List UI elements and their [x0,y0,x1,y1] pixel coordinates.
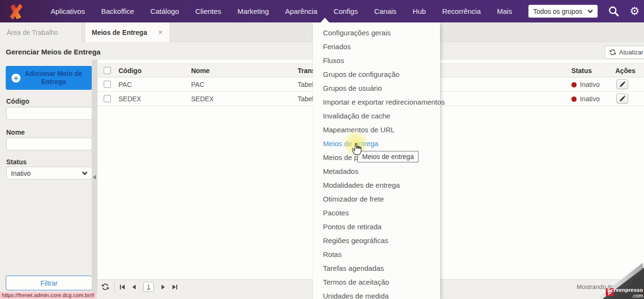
nav-item-marketing[interactable]: Marketing [237,7,269,15]
menu-caret [321,18,329,22]
status-dot-icon [571,82,577,87]
add-delivery-method-button[interactable]: + Adicionar Meio de Entrega [6,66,92,90]
tab-label: Meios de Entrega [92,29,147,36]
menu-item-metadados[interactable]: Metadados [313,164,440,178]
cell-acoes [615,94,644,104]
status-text: Inativo [580,95,600,103]
grid-refresh-button[interactable] [101,283,109,291]
cell-codigo: SEDEX [118,95,191,103]
chevron-down-icon [588,10,593,13]
browser-status-url: https://frenet.admin.core.dcg.com.br/# [0,292,97,299]
col-status: Status [569,67,615,75]
last-page-icon[interactable] [172,284,178,290]
menu-item-regioes-geograficas[interactable]: Regiões geográficas [313,234,440,247]
refresh-page-label: Atualizar [619,49,644,56]
select-all-checkbox[interactable] [104,67,111,74]
refresh-icon [101,283,109,291]
page-number-input[interactable] [143,282,154,292]
close-tab-icon[interactable]: × [158,28,163,36]
pencil-icon [619,81,625,87]
add-delivery-method-label: Adicionar Meio de Entrega [21,70,86,86]
codigo-input[interactable] [6,107,92,120]
refresh-icon [609,49,616,56]
menu-item-unidades-de-medida[interactable]: Unidades de medida [313,289,440,299]
nav-item-hub[interactable]: Hub [413,7,426,15]
menu-item-fluxos[interactable]: Fluxos [313,53,440,67]
next-page-icon[interactable] [160,284,166,290]
nav-item-clientes[interactable]: Clientes [195,7,221,15]
menu-item-otimizador-de-frete[interactable]: Otimizador de frete [313,192,440,206]
pager [119,282,178,292]
cell-nome: PAC [191,81,298,88]
nav-item-catalogo[interactable]: Catálogo [150,7,179,15]
row-checkbox[interactable] [104,81,111,88]
menu-item-pacotes[interactable]: Pacotes [313,206,440,220]
nav-item-configs[interactable]: Configs [333,7,358,15]
nome-label: Nome [6,128,25,136]
nav-item-canais[interactable]: Canais [374,7,397,15]
edit-row-button[interactable] [616,79,628,89]
prev-page-icon[interactable] [131,284,137,290]
sidebar-collapse-handle[interactable] [92,60,97,294]
chevron-down-icon [82,171,87,175]
status-select[interactable]: Inativo [6,167,92,180]
refresh-page-button[interactable]: Atualizar [605,46,644,59]
nav-items: AplicativosBackofficeCatálogoClientesMar… [51,7,512,15]
cell-status: Inativo [569,81,615,88]
codigo-label: Código [6,97,29,105]
brand-logo-icon [7,2,25,21]
pencil-icon [619,96,625,102]
filter-button[interactable]: Filtrar [6,276,92,290]
cell-nome: SEDEX [191,95,298,103]
cell-acoes [615,79,644,89]
status-dot-icon [571,96,577,102]
nav-item-aplicativos[interactable]: Aplicativos [51,7,85,15]
app-window: AplicativosBackofficeCatálogoClientesMar… [0,0,644,299]
row-checkbox[interactable] [104,95,111,102]
group-select[interactable]: Todos os grupos [528,5,598,18]
menu-item-configuracoes-gerais[interactable]: Configurações gerais [313,26,440,40]
tab-area-de-trabalho[interactable]: Área de Trabalho [0,22,82,42]
menu-item-invalidacao-de-cache[interactable]: Invalidação de cache [313,109,440,123]
nav-right-group: Todos os grupos ⚙ [528,5,640,18]
nome-input[interactable] [6,138,92,150]
search-icon[interactable] [608,6,619,17]
menu-item-meios-de-entrega[interactable]: Meios de entrega [313,137,440,150]
col-nome: Nome [191,67,298,75]
tab-meios-de-entrega[interactable]: Meios de Entrega× [85,22,170,42]
status-label: Status [6,158,27,166]
menu-item-pontos-de-retirada[interactable]: Pontos de retirada [313,220,440,234]
plus-circle-icon: + [11,74,21,83]
menu-item-feriados[interactable]: Feriados [313,40,440,53]
nav-item-recorrencia[interactable]: Recorrência [442,7,481,15]
status-select-value: Inativo [11,170,31,177]
cell-codigo: PAC [118,81,191,88]
footer-divider [114,282,115,292]
nav-item-backoffice[interactable]: Backoffice [101,7,134,15]
menu-tooltip: Meios de entrega [357,151,419,162]
menu-item-mapeamentos-de-url[interactable]: Mapeamentos de URL [313,123,440,137]
menu-item-rotas[interactable]: Rotas [313,247,440,261]
menu-item-modalidades-de-entrega[interactable]: Modalidades de entrega [313,178,440,192]
first-page-icon[interactable] [119,284,125,290]
nav-item-mais[interactable]: Mais [497,7,512,15]
col-acoes: Ações [615,67,644,75]
menu-item-termos-de-aceitacao[interactable]: Termos de aceitação [313,275,440,289]
menu-item-grupos-de-configuracao[interactable]: Grupos de configuração [313,67,440,81]
status-text: Inativo [580,81,600,88]
tab-label: Área de Trabalho [7,29,58,36]
edit-row-button[interactable] [616,94,628,104]
showing-items-text: Mostrando ite [577,283,614,290]
col-codigo: Código [118,67,191,75]
menu-item-grupos-de-usuario[interactable]: Grupos de usuário [313,81,440,95]
menu-item-tarefas-agendadas[interactable]: Tarefas agendadas [313,261,440,275]
cell-status: Inativo [569,95,615,103]
group-select-value: Todos os grupos [533,8,582,15]
gear-icon[interactable]: ⚙ [630,6,640,17]
page-title: Gerenciar Meios de Entrega [6,48,100,56]
menu-item-importar-e-exportar-redirecionamentos[interactable]: Importar e exportar redirecionamentos [313,95,440,109]
nav-item-aparencia[interactable]: Aparência [285,7,318,15]
collapse-left-icon [93,175,96,180]
